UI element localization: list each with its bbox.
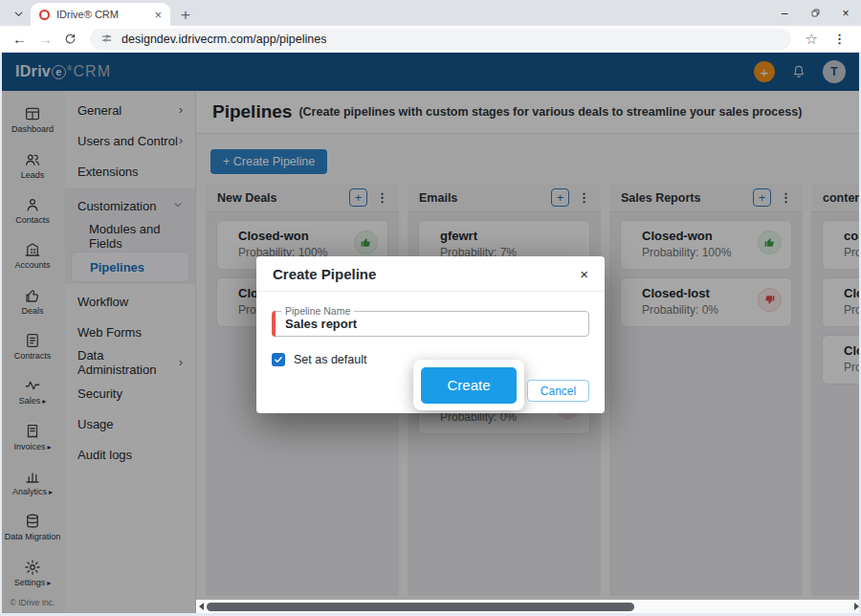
site-settings-icon[interactable] [100,33,113,45]
url-bar: ← → designdev.idrivecrm.com/app/pipeline… [0,26,861,53]
window-minimize-icon[interactable]: – [769,0,800,26]
window-restore-icon[interactable] [800,0,830,26]
modal-header: Create Pipeline × [256,256,605,292]
create-button-spotlight: Create [413,360,524,410]
tab-close-icon[interactable]: × [154,9,162,21]
modal-create-button[interactable]: Create [421,367,517,404]
scroll-left-icon[interactable] [196,600,206,613]
tab-search-chevron-icon[interactable] [8,5,29,22]
browser-tab[interactable]: IDrive® CRM × [31,3,170,26]
set-default-label: Set as default [294,353,366,366]
window-frame-left [0,53,2,616]
pipeline-name-field[interactable]: Pipeline Name Sales report [272,311,589,337]
modal-title: Create Pipeline [273,266,376,282]
reload-icon[interactable] [61,33,79,45]
pipeline-name-label: Pipeline Name [281,305,354,317]
window-close-icon[interactable]: × [830,0,861,26]
window-controls: – × [769,0,861,26]
new-tab-button[interactable]: + [177,7,194,23]
scrollbar-thumb[interactable] [207,603,634,611]
modal-body: Pipeline Name Sales report Set as defaul… [256,292,605,366]
bookmark-star-icon[interactable]: ☆ [802,32,822,46]
tab-strip: IDrive® CRM × + – × [0,0,861,26]
horizontal-scrollbar[interactable] [196,600,861,613]
browser-window: IDrive® CRM × + – × ← → designdev.idrive… [0,0,861,616]
forward-icon[interactable]: → [35,32,55,46]
set-default-checkbox[interactable] [272,353,285,366]
address-field[interactable]: designdev.idrivecrm.com/app/pipelines [90,29,791,50]
create-pipeline-modal: Create Pipeline × Pipeline Name Sales re… [256,256,605,413]
idrive-favicon [39,10,50,20]
back-icon[interactable]: ← [10,32,30,46]
modal-cancel-button[interactable]: Cancel [527,380,589,402]
pipeline-name-value: Sales report [273,317,357,331]
browser-menu-icon[interactable]: ⋮ [828,33,851,45]
url-text: designdev.idrivecrm.com/app/pipelines [121,33,326,46]
modal-close-icon[interactable]: × [580,267,588,281]
tab-title: IDrive® CRM [56,9,147,20]
